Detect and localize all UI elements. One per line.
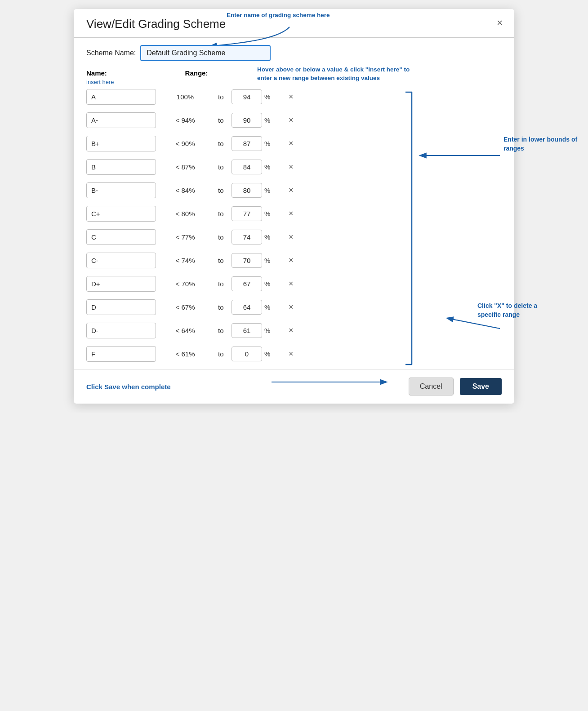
lower-bound-input[interactable] xyxy=(232,347,262,361)
pct-label: % xyxy=(264,350,273,358)
delete-row-button[interactable]: × xyxy=(286,325,296,336)
range-label: < 70% xyxy=(156,280,214,288)
table-area: Name: Range: Hover above or below a valu… xyxy=(86,69,502,364)
pct-label: % xyxy=(264,93,273,101)
header-annotation-text: Enter name of grading scheme here xyxy=(227,12,330,18)
grade-name-input[interactable] xyxy=(86,159,156,175)
delete-row-button[interactable]: × xyxy=(286,348,296,360)
range-label: 100% xyxy=(156,93,214,101)
lower-bound-input[interactable] xyxy=(232,206,262,221)
grade-name-input[interactable] xyxy=(86,112,156,128)
delete-row-button[interactable]: × xyxy=(286,138,296,149)
pct-label: % xyxy=(264,233,273,241)
cancel-button[interactable]: Cancel xyxy=(409,378,454,395)
grade-name-input[interactable] xyxy=(86,276,156,292)
table-row: < 84% to % × xyxy=(86,179,502,201)
lower-bound-input[interactable] xyxy=(232,113,262,128)
table-row: < 87% to % × xyxy=(86,156,502,178)
grade-name-input[interactable] xyxy=(86,229,156,245)
to-label: to xyxy=(218,93,228,101)
table-row: < 64% to % × xyxy=(86,320,502,341)
table-row: < 61% to % × xyxy=(86,343,502,364)
delete-row-button[interactable]: × xyxy=(286,278,296,289)
lower-bound-input[interactable] xyxy=(232,276,262,291)
delete-row-button[interactable]: × xyxy=(286,231,296,243)
to-label: to xyxy=(218,187,228,194)
modal-body: Scheme Name: Name: Range: Hover above or… xyxy=(74,38,514,364)
grade-name-input[interactable] xyxy=(86,206,156,222)
pct-label: % xyxy=(264,257,273,264)
grade-name-input[interactable] xyxy=(86,136,156,151)
modal-header: View/Edit Grading Scheme Enter name of g… xyxy=(74,9,514,31)
modal-footer: Click Save when complete Cancel Save xyxy=(74,369,514,404)
range-label: < 67% xyxy=(156,303,214,311)
col-header-range: Range: xyxy=(165,69,228,77)
modal-container: View/Edit Grading Scheme Enter name of g… xyxy=(74,9,514,404)
delete-row-button[interactable]: × xyxy=(286,185,296,196)
table-row: < 74% to % × xyxy=(86,249,502,271)
grades-list: 100% to % × < 94% to % × < 90% to % × < … xyxy=(86,86,502,364)
col-headers: Name: Range: Hover above or below a valu… xyxy=(86,69,502,77)
grades-container: 100% to % × < 94% to % × < 90% to % × < … xyxy=(86,86,502,364)
to-label: to xyxy=(218,140,228,147)
pct-label: % xyxy=(264,280,273,288)
pct-label: % xyxy=(264,163,273,171)
delete-annotation: Click "X" to delete a specific range xyxy=(477,302,558,319)
to-label: to xyxy=(218,116,228,124)
table-row: 100% to % × xyxy=(86,86,502,107)
table-row: < 67% to % × xyxy=(86,296,502,318)
grade-name-input[interactable] xyxy=(86,253,156,268)
to-label: to xyxy=(218,210,228,218)
to-label: to xyxy=(218,280,228,288)
close-button[interactable]: × xyxy=(493,15,506,31)
grade-name-input[interactable] xyxy=(86,182,156,198)
modal-title: View/Edit Grading Scheme xyxy=(86,17,226,31)
grade-name-input[interactable] xyxy=(86,323,156,338)
scheme-name-input[interactable] xyxy=(140,45,271,61)
insert-here-link[interactable]: insert here xyxy=(86,79,114,85)
lower-bound-input[interactable] xyxy=(232,183,262,198)
grade-name-input[interactable] xyxy=(86,89,156,105)
lower-bound-input[interactable] xyxy=(232,323,262,338)
col-header-name: Name: xyxy=(86,69,165,77)
lower-bound-input[interactable] xyxy=(232,230,262,244)
range-label: < 61% xyxy=(156,350,214,358)
to-label: to xyxy=(218,163,228,171)
lower-bound-input[interactable] xyxy=(232,160,262,174)
lower-bound-input[interactable] xyxy=(232,253,262,268)
delete-row-button[interactable]: × xyxy=(286,161,296,173)
pct-label: % xyxy=(264,210,273,218)
pct-label: % xyxy=(264,187,273,194)
range-label: < 74% xyxy=(156,257,214,264)
lower-bound-input[interactable] xyxy=(232,89,262,104)
delete-row-button[interactable]: × xyxy=(286,302,296,313)
pct-label: % xyxy=(264,116,273,124)
to-label: to xyxy=(218,303,228,311)
lower-bounds-annotation: Enter in lower bounds of ranges xyxy=(503,135,584,153)
scheme-name-row: Scheme Name: xyxy=(86,45,502,61)
table-row: < 94% to % × xyxy=(86,109,502,131)
delete-row-button[interactable]: × xyxy=(286,208,296,219)
range-label: < 90% xyxy=(156,140,214,147)
table-row: < 80% to % × xyxy=(86,203,502,224)
lower-bound-input[interactable] xyxy=(232,136,262,151)
grade-name-input[interactable] xyxy=(86,299,156,315)
lower-bound-input[interactable] xyxy=(232,300,262,315)
modal: View/Edit Grading Scheme Enter name of g… xyxy=(74,9,514,404)
range-label: < 80% xyxy=(156,210,214,218)
range-label: < 94% xyxy=(156,116,214,124)
to-label: to xyxy=(218,257,228,264)
to-label: to xyxy=(218,350,228,358)
range-label: < 84% xyxy=(156,187,214,194)
scheme-name-label: Scheme Name: xyxy=(86,49,136,57)
delete-row-button[interactable]: × xyxy=(286,91,296,102)
table-row: < 70% to % × xyxy=(86,273,502,294)
to-label: to xyxy=(218,327,228,334)
to-label: to xyxy=(218,233,228,241)
pct-label: % xyxy=(264,327,273,334)
table-row: < 90% to % × xyxy=(86,133,502,154)
delete-row-button[interactable]: × xyxy=(286,255,296,266)
delete-row-button[interactable]: × xyxy=(286,115,296,126)
grade-name-input[interactable] xyxy=(86,346,156,362)
save-button[interactable]: Save xyxy=(460,378,502,395)
